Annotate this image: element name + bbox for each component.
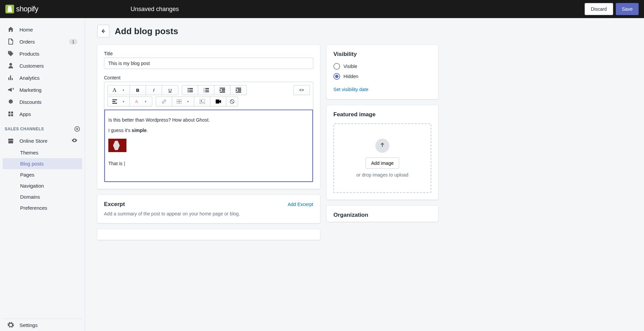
underline-button[interactable]: U xyxy=(162,85,178,95)
svg-rect-19 xyxy=(238,90,241,91)
nav-orders[interactable]: Orders 1 xyxy=(3,36,82,48)
nav-sub-navigation[interactable]: Navigation xyxy=(3,180,82,191)
set-visibility-date-link[interactable]: Set visibility date xyxy=(333,87,368,92)
eye-icon[interactable] xyxy=(71,137,77,144)
text-color-dropdown[interactable]: A▼ xyxy=(130,97,152,106)
svg-point-5 xyxy=(187,91,189,92)
nav-customers[interactable]: Customers xyxy=(3,60,82,72)
apps-icon xyxy=(7,111,14,117)
nav-label: Marketing xyxy=(19,87,42,93)
featured-image-heading: Featured image xyxy=(333,111,431,118)
svg-point-3 xyxy=(187,90,189,91)
numbered-list-button[interactable]: 123 xyxy=(198,85,214,95)
page-title: Add blog posts xyxy=(115,26,178,37)
svg-rect-15 xyxy=(222,90,225,91)
organization-heading: Organization xyxy=(333,212,431,218)
svg-rect-17 xyxy=(236,88,241,88)
link-button[interactable] xyxy=(156,97,172,106)
nav-discounts[interactable]: Discounts xyxy=(3,96,82,108)
svg-rect-12 xyxy=(205,91,209,92)
radio-icon xyxy=(333,73,340,80)
add-channel-icon[interactable] xyxy=(74,126,80,132)
bold-button[interactable]: B xyxy=(130,85,146,95)
bullet-list-button[interactable] xyxy=(182,85,198,95)
nav-sub-domains[interactable]: Domains xyxy=(3,191,82,202)
nav-analytics[interactable]: Analytics xyxy=(3,72,82,84)
person-icon xyxy=(7,62,14,69)
back-button[interactable] xyxy=(97,25,109,38)
font-style-dropdown[interactable]: A▼ xyxy=(108,85,130,95)
nav-sub-preferences[interactable]: Preferences xyxy=(3,202,82,213)
nav-products[interactable]: Products xyxy=(3,48,82,60)
radio-icon xyxy=(333,63,340,70)
italic-button[interactable]: I xyxy=(146,85,162,95)
visibility-heading: Visibility xyxy=(333,51,431,58)
tag-icon xyxy=(7,50,14,57)
discount-icon xyxy=(7,98,14,105)
svg-rect-6 xyxy=(189,91,193,92)
nav-sub-pages[interactable]: Pages xyxy=(3,169,82,180)
svg-rect-16 xyxy=(220,92,225,92)
store-icon xyxy=(7,138,14,144)
nav-sub-themes[interactable]: Themes xyxy=(3,147,82,158)
svg-rect-13 xyxy=(220,88,225,88)
nav-apps[interactable]: Apps xyxy=(3,108,82,120)
inline-image[interactable] xyxy=(108,139,126,152)
nav-marketing[interactable]: Marketing xyxy=(3,84,82,96)
nav-online-store[interactable]: Online Store xyxy=(3,135,82,147)
orders-badge: 1 xyxy=(69,39,77,45)
svg-rect-22 xyxy=(112,101,115,102)
svg-rect-4 xyxy=(189,90,193,90)
nav-label: Analytics xyxy=(19,75,40,81)
table-dropdown[interactable]: ▼ xyxy=(172,97,194,106)
svg-rect-10 xyxy=(205,90,209,90)
svg-rect-8 xyxy=(205,88,209,89)
svg-rect-29 xyxy=(216,100,219,104)
clear-format-button[interactable] xyxy=(226,97,238,106)
section-label: SALES CHANNELS xyxy=(5,127,44,131)
indent-button[interactable] xyxy=(230,85,247,95)
arrow-left-icon xyxy=(100,28,106,34)
add-excerpt-link[interactable]: Add Excerpt xyxy=(288,202,313,207)
nav-home[interactable]: Home xyxy=(3,23,82,36)
title-label: Title xyxy=(104,51,313,56)
visibility-visible-option[interactable]: Visible xyxy=(333,63,431,70)
nav-label: Apps xyxy=(19,111,31,117)
excerpt-heading: Excerpt xyxy=(104,201,125,208)
drop-hint: or drop images to upload xyxy=(339,172,425,178)
text-cursor xyxy=(124,161,125,166)
title-input[interactable] xyxy=(104,58,313,69)
nav-label: Discounts xyxy=(19,99,42,105)
svg-line-31 xyxy=(231,100,233,103)
content-editor[interactable]: Is this better than Wordpress? How about… xyxy=(104,110,313,182)
upload-icon xyxy=(375,139,389,153)
radio-label: Hidden xyxy=(343,74,358,79)
html-view-button[interactable]: <> xyxy=(293,85,310,95)
visibility-hidden-option[interactable]: Hidden xyxy=(333,73,431,80)
shopify-bag-icon xyxy=(5,5,14,13)
megaphone-icon xyxy=(7,86,14,93)
image-dropzone[interactable]: Add image or drop images to upload xyxy=(333,123,431,193)
svg-point-1 xyxy=(187,88,189,89)
outdent-button[interactable] xyxy=(214,85,230,95)
logo[interactable]: shopify xyxy=(5,5,38,13)
nav-label: Online Store xyxy=(19,138,47,144)
content-label: Content xyxy=(104,75,313,80)
nav-sub-blog-posts[interactable]: Blog posts xyxy=(3,158,82,169)
content-line: I guess it's simple. xyxy=(108,126,309,135)
align-dropdown[interactable]: ▼ xyxy=(108,97,130,106)
svg-rect-23 xyxy=(112,103,117,104)
svg-rect-21 xyxy=(112,100,117,100)
add-image-button[interactable]: Add image xyxy=(366,157,399,169)
analytics-icon xyxy=(7,74,14,81)
nav-label: Products xyxy=(19,51,39,57)
nav-label: Orders xyxy=(19,39,35,45)
content-line: Is this better than Wordpress? How about… xyxy=(108,116,309,125)
discard-button[interactable]: Discard xyxy=(585,3,613,15)
nav-label: Customers xyxy=(19,63,44,69)
video-button[interactable] xyxy=(210,97,226,106)
excerpt-hint: Add a summary of the post to appear on y… xyxy=(104,211,313,216)
save-button[interactable]: Save xyxy=(616,3,639,15)
radio-label: Visible xyxy=(343,64,357,69)
image-button[interactable] xyxy=(194,97,210,106)
